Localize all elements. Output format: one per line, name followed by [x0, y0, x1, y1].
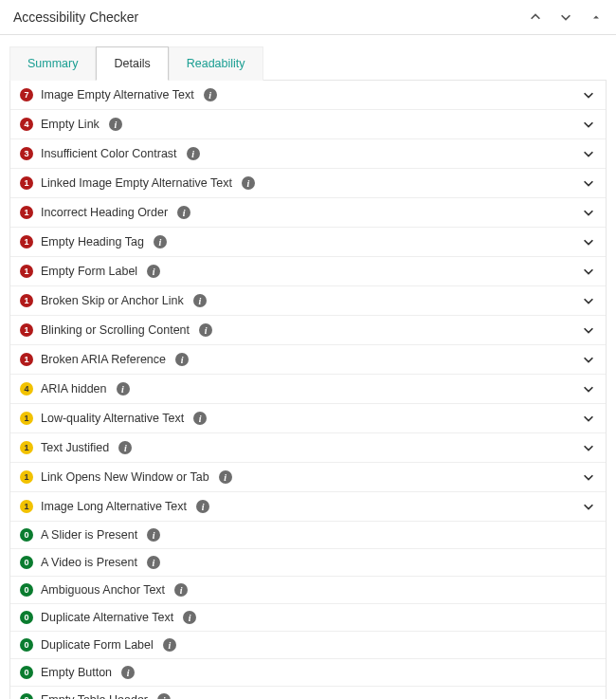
chevron-down-icon[interactable]: [581, 234, 596, 249]
panel-title: Accessibility Checker: [13, 9, 138, 25]
issue-label: A Video is Present: [41, 556, 137, 569]
count-badge: 3: [20, 147, 33, 160]
count-badge: 1: [20, 412, 33, 425]
issue-row: 0Empty Table Headeri: [10, 687, 606, 699]
count-badge: 1: [20, 353, 33, 366]
info-icon[interactable]: i: [154, 235, 167, 248]
issue-label: Blinking or Scrolling Content: [41, 323, 190, 337]
issue-label: Link Opens New Window or Tab: [41, 470, 209, 484]
panel-header: Accessibility Checker: [0, 0, 616, 35]
collapse-up-icon[interactable]: [589, 10, 603, 24]
chevron-down-icon[interactable]: [581, 87, 596, 102]
info-icon[interactable]: i: [118, 441, 132, 454]
count-badge: 1: [20, 294, 33, 307]
tab-label: Summary: [27, 57, 78, 70]
issue-label: Empty Table Header: [41, 693, 148, 699]
issue-label: Text Justified: [41, 441, 109, 454]
chevron-down-icon[interactable]: [581, 499, 596, 514]
issue-row[interactable]: 1Empty Form Labeli: [10, 257, 606, 286]
issue-label: Duplicate Form Label: [41, 638, 154, 652]
tab-summary[interactable]: Summary: [9, 46, 96, 81]
info-icon[interactable]: i: [175, 353, 189, 366]
chevron-up-icon[interactable]: [529, 10, 542, 24]
info-icon[interactable]: i: [147, 556, 160, 569]
issue-row: 0Ambiguous Anchor Texti: [10, 577, 606, 604]
info-icon[interactable]: i: [163, 638, 176, 652]
issue-row[interactable]: 1Broken Skip or Anchor Linki: [10, 286, 606, 316]
tab-details[interactable]: Details: [96, 46, 168, 81]
issue-label: Empty Heading Tag: [41, 235, 144, 248]
issue-label: Empty Button: [41, 666, 112, 679]
tab-label: Readability: [187, 57, 245, 70]
issue-label: Empty Form Label: [41, 265, 137, 278]
count-badge: 0: [20, 666, 33, 679]
chevron-down-icon[interactable]: [559, 10, 572, 24]
issue-row[interactable]: 1Empty Heading Tagi: [10, 228, 606, 257]
issue-row[interactable]: 1Image Long Alternative Texti: [10, 492, 606, 522]
issue-label: Duplicate Alternative Text: [41, 611, 173, 624]
info-icon[interactable]: i: [204, 88, 217, 101]
count-badge: 7: [20, 88, 33, 101]
issue-row[interactable]: 3Insufficient Color Contrasti: [10, 139, 606, 169]
info-icon[interactable]: i: [242, 176, 255, 190]
info-icon[interactable]: i: [174, 583, 188, 597]
issue-label: ARIA hidden: [41, 382, 107, 395]
issues-list: 7Image Empty Alternative Texti4Empty Lin…: [9, 80, 607, 699]
issue-label: Low-quality Alternative Text: [41, 412, 184, 425]
chevron-down-icon[interactable]: [581, 440, 596, 455]
count-badge: 4: [20, 382, 33, 395]
chevron-down-icon[interactable]: [581, 117, 596, 132]
info-icon[interactable]: i: [199, 323, 212, 337]
issue-label: A Slider is Present: [41, 528, 137, 542]
issue-row[interactable]: 7Image Empty Alternative Texti: [10, 81, 606, 110]
info-icon[interactable]: i: [196, 500, 209, 513]
chevron-down-icon[interactable]: [581, 146, 596, 161]
count-badge: 1: [20, 500, 33, 513]
header-actions: [529, 10, 603, 24]
info-icon[interactable]: i: [183, 611, 196, 624]
issue-label: Insufficient Color Contrast: [41, 147, 177, 160]
issue-row[interactable]: 4ARIA hiddeni: [10, 375, 606, 404]
info-icon[interactable]: i: [117, 382, 130, 395]
issue-row[interactable]: 1Incorrect Heading Orderi: [10, 198, 606, 228]
info-icon[interactable]: i: [219, 470, 232, 484]
chevron-down-icon[interactable]: [581, 205, 596, 220]
tab-label: Details: [114, 57, 150, 70]
count-badge: 0: [20, 556, 33, 569]
info-icon[interactable]: i: [193, 412, 207, 425]
issue-row: 0Empty Buttoni: [10, 659, 606, 687]
chevron-down-icon[interactable]: [581, 352, 596, 367]
chevron-down-icon[interactable]: [581, 322, 596, 338]
chevron-down-icon[interactable]: [581, 264, 596, 279]
issue-label: Broken ARIA Reference: [41, 353, 166, 366]
tab-readability[interactable]: Readability: [169, 46, 263, 81]
issue-row[interactable]: 1Link Opens New Window or Tabi: [10, 463, 606, 492]
count-badge: 1: [20, 470, 33, 484]
issue-row[interactable]: 1Low-quality Alternative Texti: [10, 404, 606, 433]
chevron-down-icon[interactable]: [581, 411, 596, 426]
issue-row[interactable]: 4Empty Linki: [10, 110, 606, 139]
info-icon[interactable]: i: [147, 265, 160, 278]
issue-row[interactable]: 1Blinking or Scrolling Contenti: [10, 316, 606, 345]
info-icon[interactable]: i: [193, 294, 207, 307]
count-badge: 1: [20, 323, 33, 337]
info-icon[interactable]: i: [187, 147, 200, 160]
tabs: SummaryDetailsReadability: [0, 35, 616, 81]
issue-row: 0A Slider is Presenti: [10, 522, 606, 549]
info-icon[interactable]: i: [109, 118, 122, 131]
info-icon[interactable]: i: [157, 693, 171, 699]
chevron-down-icon[interactable]: [581, 175, 596, 191]
issue-row[interactable]: 1Text Justifiedi: [10, 433, 606, 463]
info-icon[interactable]: i: [177, 206, 190, 219]
info-icon[interactable]: i: [121, 666, 135, 679]
chevron-down-icon[interactable]: [581, 293, 596, 308]
issue-label: Incorrect Heading Order: [41, 206, 168, 219]
issue-label: Ambiguous Anchor Text: [41, 583, 165, 597]
issue-row[interactable]: 1Broken ARIA Referencei: [10, 345, 606, 375]
issue-row: 0Duplicate Form Labeli: [10, 632, 606, 659]
info-icon[interactable]: i: [147, 528, 160, 542]
chevron-down-icon[interactable]: [581, 381, 596, 396]
count-badge: 0: [20, 583, 33, 597]
issue-row[interactable]: 1Linked Image Empty Alternative Texti: [10, 169, 606, 198]
chevron-down-icon[interactable]: [581, 469, 596, 485]
